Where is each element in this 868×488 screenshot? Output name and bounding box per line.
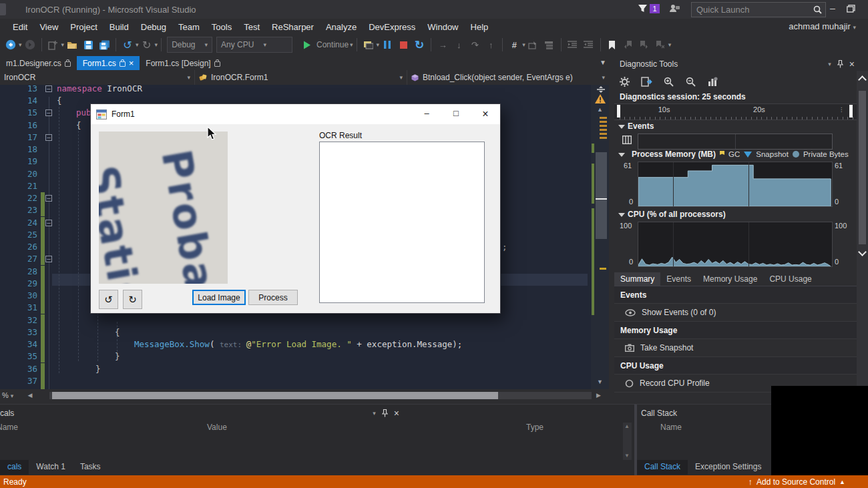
close-icon[interactable]: × <box>849 59 855 69</box>
rotate-ccw-button[interactable]: ↺ <box>99 290 118 309</box>
document-list-dropdown[interactable]: ▼ <box>600 59 606 66</box>
menu-item-window[interactable]: Window <box>421 20 464 34</box>
scroll-up-icon[interactable] <box>859 75 865 81</box>
continue-label[interactable]: Continue <box>316 40 349 49</box>
redo-dropdown[interactable]: ▾ <box>155 41 158 48</box>
code-line-36[interactable]: 36} <box>0 363 591 375</box>
pin-icon[interactable] <box>382 409 388 417</box>
locals-tab-tasks[interactable]: Tasks <box>73 460 108 475</box>
memory-section-header[interactable]: Process Memory (MB) GC Snapshot Private … <box>618 150 849 159</box>
zoom-out-icon[interactable] <box>686 77 696 87</box>
continue-dropdown[interactable]: ▾ <box>350 41 353 48</box>
open-folder-icon[interactable] <box>65 37 79 52</box>
feedback-icon[interactable] <box>669 3 680 14</box>
collapse-box[interactable]: – <box>45 195 52 202</box>
events-section-header[interactable]: Events <box>618 121 654 131</box>
menu-item-view[interactable]: View <box>33 20 64 34</box>
code-line-33[interactable]: 33{ <box>0 326 591 338</box>
menu-item-resharper[interactable]: ReSharper <box>266 20 320 34</box>
menu-item-test[interactable]: Test <box>238 20 266 34</box>
locals-tab-cals[interactable]: cals <box>0 460 29 475</box>
new-project-icon[interactable] <box>46 37 61 52</box>
menu-item-team[interactable]: Team <box>172 20 206 34</box>
navigate-forward-icon[interactable] <box>23 37 37 52</box>
breakpoints-window-icon[interactable] <box>361 37 376 52</box>
continue-play-icon[interactable] <box>300 37 314 52</box>
locals-scrollbar[interactable]: ▲ ▼ <box>623 423 632 460</box>
show-next-statement-icon[interactable]: → <box>435 37 450 52</box>
scroll-right-icon[interactable]: ▶ <box>594 392 603 399</box>
split-handle-icon[interactable] <box>596 86 606 93</box>
collapse-box[interactable]: – <box>45 85 52 92</box>
redo-icon[interactable]: ↻ <box>140 37 154 52</box>
step-out-icon[interactable]: ↑ <box>483 37 498 52</box>
callstack-tab-exception-settings[interactable]: Exception Settings <box>688 460 769 475</box>
code-line-34[interactable]: 34MessageBox.Show( text: @"Error Load Im… <box>0 338 591 350</box>
code-line-13[interactable]: 13–namespace IronOCR <box>0 85 591 95</box>
locals-col-value[interactable]: Value <box>207 423 227 432</box>
process-button[interactable]: Process <box>248 290 298 305</box>
menu-item-analyze[interactable]: Analyze <box>320 20 363 34</box>
form1-title-bar[interactable]: Form1 – □ × <box>91 104 500 124</box>
menu-item-help[interactable]: Help <box>465 20 495 34</box>
step-over-icon[interactable]: ↷ <box>467 37 482 52</box>
type-dropdown[interactable]: IronOCR.Form1▾ <box>195 70 407 85</box>
form-minimize-button[interactable]: – <box>412 108 441 120</box>
locals-tab-watch-1[interactable]: Watch 1 <box>29 460 73 475</box>
diag-tab-memory-usage[interactable]: Memory Usage <box>697 272 763 286</box>
save-icon[interactable] <box>81 37 95 52</box>
locals-title-bar[interactable]: cals ▾ × <box>0 407 634 420</box>
diag-tab-events[interactable]: Events <box>660 272 697 286</box>
scroll-down-icon[interactable] <box>859 250 865 256</box>
diagnostics-scrollbar[interactable] <box>857 71 868 390</box>
quick-launch-box[interactable]: Quick Launch <box>691 2 826 17</box>
tab-form1-cs[interactable]: Form1.cs× <box>77 56 140 70</box>
bookmark-icon[interactable] <box>605 37 620 52</box>
zoom-in-icon[interactable] <box>664 77 674 87</box>
menu-item-tools[interactable]: Tools <box>206 20 238 34</box>
menu-item-devexpress[interactable]: DevExpress <box>363 20 421 34</box>
locals-col-type[interactable]: Type <box>526 423 544 432</box>
scroll-up-icon[interactable]: ▲ <box>597 106 603 113</box>
callstack-tab-call-stack[interactable]: Call Stack <box>637 460 688 475</box>
settings-gear-icon[interactable] <box>620 77 630 87</box>
save-all-icon[interactable] <box>97 37 112 52</box>
scroll-down-icon[interactable]: ▼ <box>597 379 603 385</box>
warning-icon[interactable] <box>595 94 606 103</box>
form1-window[interactable]: Form1 – □ × Statis Proba OCR Result ↺ ↻ … <box>90 103 501 314</box>
ocr-result-textbox[interactable] <box>319 142 485 303</box>
pause-icon[interactable] <box>380 37 395 52</box>
pin-icon[interactable] <box>837 60 843 68</box>
undo-icon[interactable]: ↺ <box>120 37 135 52</box>
tab-close-icon[interactable]: × <box>129 59 134 67</box>
solution-config-dropdown[interactable]: Debug▾ <box>167 37 212 53</box>
export-icon[interactable] <box>641 77 652 87</box>
diag-action-camera[interactable]: Take Snapshot <box>614 339 868 357</box>
diag-tab-summary[interactable]: Summary <box>614 272 660 286</box>
undo-dropdown[interactable]: ▾ <box>136 41 139 48</box>
find-in-editor-icon[interactable] <box>526 37 541 52</box>
stop-icon[interactable] <box>396 37 411 52</box>
new-project-dropdown[interactable]: ▾ <box>61 41 65 48</box>
signed-in-user[interactable]: achmad muhajir ▾ <box>789 21 856 31</box>
collapse-box[interactable]: – <box>45 220 52 226</box>
menu-item-build[interactable]: Build <box>103 20 135 34</box>
panel-menu-icon[interactable]: ▾ <box>828 61 831 67</box>
collapse-box[interactable]: – <box>45 256 52 262</box>
menu-item-debug[interactable]: Debug <box>135 20 172 34</box>
cpu-section-header[interactable]: CPU (% of all processors) <box>618 210 726 219</box>
callstack-col-name[interactable]: Name <box>660 423 682 432</box>
collapse-box[interactable]: – <box>45 109 52 116</box>
panel-menu-icon[interactable]: ▾ <box>373 410 376 417</box>
diag-tab-cpu-usage[interactable]: CPU Usage <box>763 272 817 286</box>
step-into-icon[interactable]: ↓ <box>451 37 466 52</box>
scrollbar-thumb[interactable] <box>859 91 866 244</box>
diag-action-eye[interactable]: Show Events (0 of 0) <box>614 304 868 322</box>
hscrollbar-track[interactable] <box>49 392 592 399</box>
next-bookmark-icon[interactable] <box>637 37 652 52</box>
prev-bookmark-icon[interactable] <box>621 37 636 52</box>
tab-form1-cs-design-[interactable]: Form1.cs [Design] <box>140 56 226 70</box>
timeline-ruler[interactable]: 10s20s⋮ <box>614 103 858 120</box>
load-image-button[interactable]: Load Image <box>192 290 246 305</box>
decrease-indent-icon[interactable] <box>566 37 580 52</box>
